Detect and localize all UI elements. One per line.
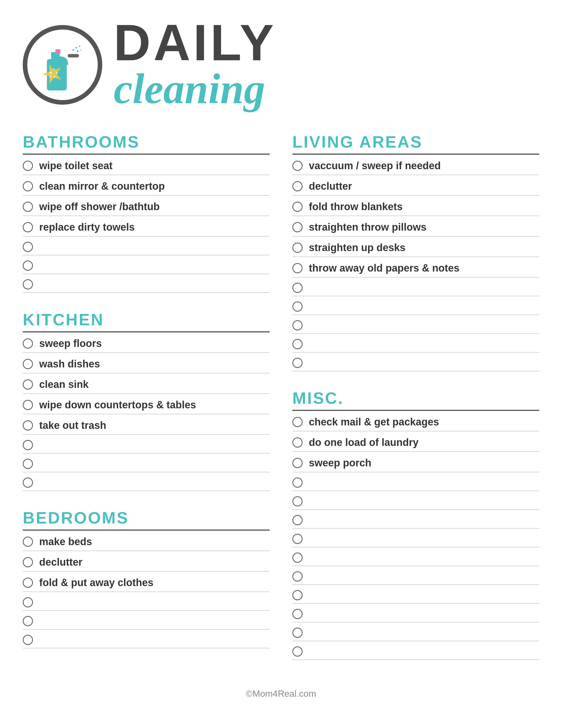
list-item[interactable] (292, 278, 539, 296)
checkbox[interactable] (23, 260, 33, 271)
list-item[interactable] (292, 510, 539, 529)
list-item[interactable] (23, 472, 270, 491)
checkbox[interactable] (23, 222, 33, 232)
list-item[interactable]: replace dirty towels (23, 216, 270, 237)
checkbox[interactable] (292, 283, 302, 293)
checkbox[interactable] (23, 202, 33, 212)
list-item[interactable]: wipe off shower /bathtub (23, 196, 270, 216)
checkbox[interactable] (292, 646, 302, 657)
list-item[interactable] (292, 566, 539, 585)
checkbox[interactable] (23, 578, 33, 588)
list-item[interactable] (292, 641, 539, 660)
checkbox[interactable] (23, 338, 33, 349)
list-item[interactable]: fold throw blankets (292, 196, 539, 216)
list-item[interactable]: clean mirror & countertop (23, 175, 270, 196)
checkbox[interactable] (292, 339, 302, 349)
item-label: wipe toilet seat (39, 160, 113, 172)
checkbox[interactable] (292, 181, 302, 191)
list-item[interactable]: straighten up desks (292, 237, 539, 257)
checkbox[interactable] (23, 616, 33, 626)
list-item[interactable]: throw away old papers & notes (292, 257, 539, 278)
checkbox[interactable] (23, 635, 33, 645)
list-item[interactable]: sweep porch (292, 452, 539, 472)
list-item[interactable] (23, 630, 270, 648)
list-item[interactable] (292, 334, 539, 353)
list-item[interactable]: fold & put away clothes (23, 572, 270, 592)
header: DAILY cleaning (23, 17, 539, 112)
title-cleaning: cleaning (114, 65, 277, 112)
list-item[interactable] (23, 237, 270, 255)
checkbox[interactable] (292, 515, 302, 525)
list-item[interactable]: declutter (292, 175, 539, 196)
list-item[interactable] (292, 547, 539, 566)
checkbox[interactable] (23, 181, 33, 191)
checkbox[interactable] (23, 477, 33, 488)
list-item[interactable] (292, 353, 539, 371)
checkbox[interactable] (292, 534, 302, 544)
checkbox[interactable] (292, 477, 302, 488)
list-item[interactable]: check mail & get packages (292, 411, 539, 431)
list-item[interactable] (292, 491, 539, 510)
checkbox[interactable] (292, 496, 302, 506)
checkbox[interactable] (23, 537, 33, 547)
list-item[interactable]: straighten throw pillows (292, 216, 539, 237)
checkbox[interactable] (292, 553, 302, 563)
checkbox[interactable] (292, 358, 302, 368)
list-item[interactable] (292, 604, 539, 622)
checkbox[interactable] (23, 379, 33, 390)
checkbox[interactable] (292, 628, 302, 638)
checkbox[interactable] (292, 301, 302, 312)
checkbox[interactable] (23, 420, 33, 431)
list-item[interactable] (23, 611, 270, 630)
list-item[interactable] (23, 274, 270, 293)
checkbox[interactable] (23, 279, 33, 289)
list-item[interactable]: take out trash (23, 414, 270, 435)
list-item[interactable]: sweep floors (23, 332, 270, 353)
checkbox[interactable] (23, 440, 33, 450)
list-item[interactable] (23, 435, 270, 454)
list-item[interactable] (292, 529, 539, 547)
item-label: do one load of laundry (309, 437, 418, 448)
logo-circle (23, 25, 102, 105)
section-bedrooms: BEDROOMS make beds declutter fold & put … (23, 508, 270, 648)
checkbox[interactable] (23, 459, 33, 469)
checkbox[interactable] (23, 242, 33, 252)
section-title-bathrooms: BATHROOMS (23, 132, 270, 155)
list-item[interactable] (23, 454, 270, 472)
checklist-kitchen: sweep floors wash dishes clean sink wipe… (23, 332, 270, 491)
list-item[interactable]: do one load of laundry (292, 431, 539, 452)
list-item[interactable] (292, 585, 539, 604)
checkbox[interactable] (23, 359, 33, 369)
checkbox[interactable] (292, 417, 302, 427)
checkbox[interactable] (292, 609, 302, 619)
list-item[interactable]: wipe down countertops & tables (23, 394, 270, 414)
checkbox[interactable] (23, 161, 33, 171)
list-item[interactable]: wash dishes (23, 353, 270, 373)
checkbox[interactable] (292, 222, 302, 232)
list-item[interactable]: clean sink (23, 373, 270, 394)
list-item[interactable]: vaccuum / sweep if needed (292, 155, 539, 175)
checkbox[interactable] (292, 243, 302, 253)
list-item[interactable] (292, 296, 539, 315)
list-item[interactable] (23, 592, 270, 611)
checkbox[interactable] (292, 458, 302, 468)
checkbox[interactable] (23, 400, 33, 410)
checkbox[interactable] (23, 597, 33, 607)
title-block: DAILY cleaning (114, 17, 277, 112)
list-item[interactable] (292, 622, 539, 641)
list-item[interactable]: make beds (23, 531, 270, 551)
item-label: vaccuum / sweep if needed (309, 160, 441, 172)
list-item[interactable]: wipe toilet seat (23, 155, 270, 175)
checkbox[interactable] (292, 202, 302, 212)
list-item[interactable] (23, 255, 270, 274)
checkbox[interactable] (292, 590, 302, 600)
checkbox[interactable] (23, 557, 33, 567)
list-item[interactable] (292, 472, 539, 491)
checkbox[interactable] (292, 320, 302, 330)
checkbox[interactable] (292, 161, 302, 171)
checkbox[interactable] (292, 263, 302, 273)
list-item[interactable] (292, 315, 539, 334)
list-item[interactable]: declutter (23, 551, 270, 572)
checkbox[interactable] (292, 571, 302, 582)
checkbox[interactable] (292, 437, 302, 448)
